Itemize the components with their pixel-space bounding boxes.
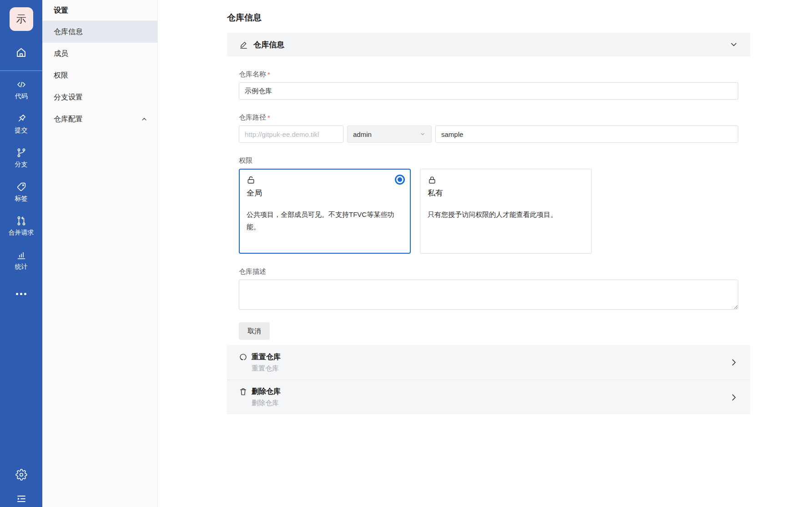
home-icon [15, 46, 27, 59]
sidebar-divider [0, 70, 42, 71]
menu-item-label: 分支设置 [54, 93, 83, 102]
chevron-right-icon[interactable] [729, 393, 738, 402]
page-title: 仓库信息 [227, 12, 750, 24]
sidebar-item-label: 标签 [15, 195, 28, 203]
sidebar-more-button[interactable] [16, 293, 26, 295]
repo-name-label: 仓库名称 * [239, 70, 738, 79]
delete-repo-row[interactable]: 删除仓库 删除仓库 [227, 380, 750, 414]
main-area: 仓库信息 仓库信息 [158, 0, 812, 507]
permission-option-global[interactable]: 全局 公共项目，全部成员可见。不支持TFVC等某些功能。 [239, 169, 411, 254]
radio-selected-icon[interactable] [395, 175, 405, 185]
gear-icon [15, 469, 27, 481]
reset-repo-row[interactable]: 重置仓库 重置仓库 [227, 345, 750, 380]
primary-sidebar: 示 代码 [0, 0, 42, 507]
settings-nav-item-repo-info[interactable]: 仓库信息 [42, 21, 157, 43]
repo-info-panel: 仓库信息 仓库名称 * 仓库路径 * [227, 33, 750, 340]
sidebar-item-tags[interactable]: 标签 [0, 181, 42, 203]
settings-nav-item-repo-config[interactable]: 仓库配置 [42, 108, 157, 130]
danger-actions: 重置仓库 重置仓库 [227, 345, 750, 414]
settings-nav-item-permissions[interactable]: 权限 [42, 65, 157, 86]
repo-path-row: admin [239, 125, 738, 143]
ellipsis-icon [16, 293, 18, 295]
merge-request-icon [16, 216, 27, 226]
sidebar-item-label: 提交 [15, 126, 28, 135]
lock-icon [428, 176, 584, 185]
settings-nav-item-members[interactable]: 成员 [42, 43, 157, 65]
owner-select[interactable]: admin [347, 125, 432, 143]
sidebar-item-branches[interactable]: 分支 [0, 147, 42, 169]
cancel-button[interactable]: 取消 [239, 322, 270, 340]
base-url-input [239, 125, 343, 143]
required-mark: * [267, 114, 270, 121]
pushpin-icon [16, 113, 27, 124]
sidebar-item-commits[interactable]: 提交 [0, 113, 42, 135]
menu-item-label: 成员 [54, 49, 68, 59]
permission-label: 权限 [239, 156, 738, 165]
required-mark: * [267, 70, 270, 78]
permission-option-description: 只有您授予访问权限的人才能查看此项目。 [428, 208, 584, 221]
tag-icon [16, 181, 27, 192]
chevron-up-icon [141, 116, 147, 122]
sidebar-item-label: 统计 [15, 263, 28, 271]
select-chevron-down-icon [419, 131, 426, 137]
menu-item-label: 仓库信息 [54, 27, 83, 37]
git-branch-icon [16, 147, 27, 158]
trash-icon [239, 387, 247, 407]
sidebar-item-label: 合并请求 [9, 229, 34, 237]
menu-item-label: 权限 [54, 71, 68, 80]
repo-info-form: 仓库名称 * 仓库路径 * admin [227, 70, 750, 340]
sidebar-item-merge-requests[interactable]: 合并请求 [0, 216, 42, 237]
unlock-icon [247, 176, 403, 185]
repo-description-label: 仓库描述 [239, 267, 738, 276]
sidebar-item-label: 分支 [15, 161, 28, 169]
permission-option-private[interactable]: 私有 只有您授予访问权限的人才能查看此项目。 [420, 169, 592, 254]
permission-option-title: 全局 [247, 188, 403, 198]
code-icon [16, 79, 27, 90]
panel-title: 仓库信息 [253, 40, 284, 50]
chevron-down-icon[interactable] [729, 40, 738, 49]
app-layout: 示 代码 [0, 0, 812, 507]
sidebar-item-statistics[interactable]: 统计 [0, 250, 42, 271]
reset-repo-subtitle: 重置仓库 [252, 364, 281, 373]
settings-nav-title: 设置 [42, 0, 157, 21]
content-column: 仓库信息 仓库信息 [227, 12, 750, 432]
reset-icon [239, 353, 247, 373]
repo-avatar[interactable]: 示 [10, 7, 33, 31]
permission-options: 全局 公共项目，全部成员可见。不支持TFVC等某些功能。 私有 [239, 169, 738, 254]
permission-option-description: 公共项目，全部成员可见。不支持TFVC等某些功能。 [247, 208, 403, 233]
bar-chart-icon [16, 250, 27, 261]
sidebar-item-code[interactable]: 代码 [0, 79, 42, 100]
repo-avatar-label: 示 [16, 12, 26, 26]
sidebar-item-label: 代码 [15, 92, 28, 100]
collapse-menu-icon [16, 493, 27, 504]
delete-repo-subtitle: 删除仓库 [252, 399, 281, 407]
edit-icon [239, 40, 248, 50]
repo-info-panel-header[interactable]: 仓库信息 [227, 33, 750, 56]
reset-repo-title: 重置仓库 [252, 352, 281, 362]
collapse-sidebar-button[interactable] [16, 493, 27, 504]
settings-nav: 设置 仓库信息 成员 权限 分支设置 仓库配置 [42, 0, 158, 507]
repo-path-label: 仓库路径 * [239, 113, 738, 122]
permission-option-title: 私有 [428, 188, 584, 198]
settings-button[interactable] [15, 469, 27, 481]
owner-select-value: admin [353, 131, 372, 138]
repo-path-name-input[interactable] [435, 125, 738, 143]
repo-name-input[interactable] [239, 82, 738, 100]
menu-item-label: 仓库配置 [54, 115, 83, 124]
home-button[interactable] [15, 46, 27, 59]
delete-repo-title: 删除仓库 [252, 387, 281, 397]
chevron-right-icon[interactable] [729, 358, 738, 367]
settings-nav-item-branch-settings[interactable]: 分支设置 [42, 86, 157, 108]
repo-description-textarea[interactable] [239, 280, 738, 310]
